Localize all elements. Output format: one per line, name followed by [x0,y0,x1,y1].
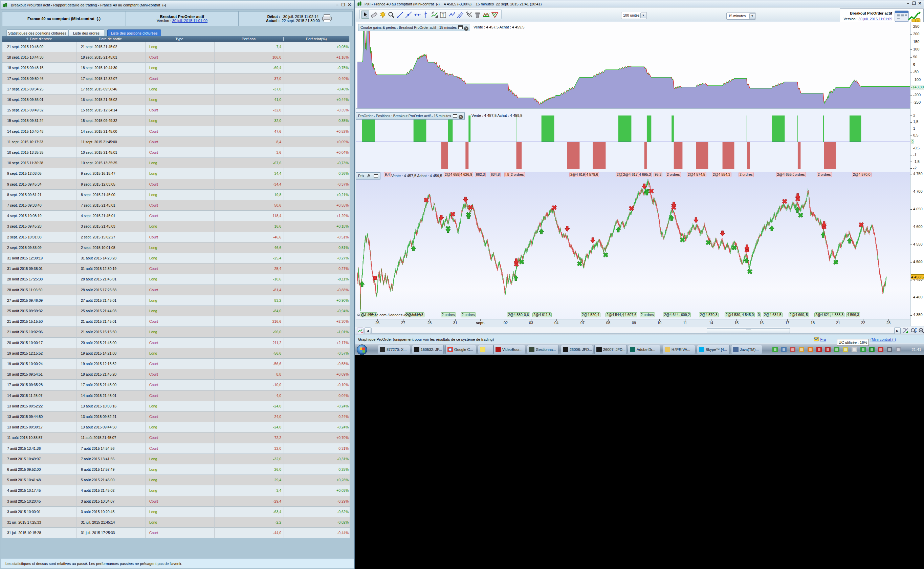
svg-text:T: T [442,12,445,18]
